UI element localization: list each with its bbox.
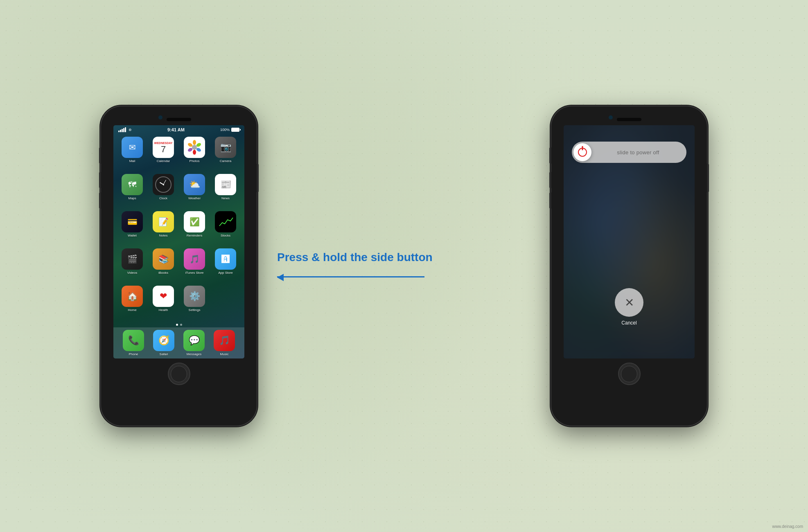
app-videos[interactable]: 🎬 Videos xyxy=(118,248,146,282)
left-iphone-wrapper: ⊛ 9:41 AM 100% ✉ xyxy=(101,106,257,426)
front-camera-right xyxy=(609,115,613,119)
dock-messages[interactable]: 💬 Messages xyxy=(183,330,205,356)
clock-label: Clock xyxy=(159,196,167,200)
wifi-icon: ⊛ xyxy=(129,128,132,132)
svg-point-0 xyxy=(192,145,197,150)
status-left: ⊛ xyxy=(118,127,132,132)
photos-label: Photos xyxy=(190,159,200,163)
app-reminders[interactable]: ✅ Reminders xyxy=(181,211,208,245)
notes-label: Notes xyxy=(159,234,168,237)
app-notes[interactable]: 📝 Notes xyxy=(149,211,177,245)
appstore-label: App Store xyxy=(218,271,233,275)
home-button-inner-right xyxy=(621,366,637,382)
stocks-icon xyxy=(215,211,236,232)
app-settings[interactable]: ⚙️ Settings xyxy=(181,286,208,320)
page-dot-1 xyxy=(176,324,178,326)
safari-icon: 🧭 xyxy=(153,330,174,351)
power-slider[interactable]: slide to power off xyxy=(572,142,686,163)
music-icon: 🎵 xyxy=(214,330,235,351)
weather-icon: ⛅ xyxy=(184,174,205,195)
app-photos[interactable]: Photos xyxy=(181,137,208,171)
app-empty xyxy=(212,286,239,320)
app-clock[interactable]: Clock xyxy=(149,174,177,208)
app-camera[interactable]: 📷 Camera xyxy=(212,137,239,171)
main-scene: ⊛ 9:41 AM 100% ✉ xyxy=(101,106,707,426)
reminders-label: Reminders xyxy=(187,234,203,237)
page-dots xyxy=(113,322,244,327)
front-camera-left xyxy=(158,115,163,119)
app-home[interactable]: 🏠 Home xyxy=(118,286,146,320)
videos-icon: 🎬 xyxy=(122,248,143,270)
status-time: 9:41 AM xyxy=(167,127,185,132)
power-screen: slide to power off ✕ Cancel xyxy=(564,125,695,358)
camera-icon: 📷 xyxy=(215,137,236,158)
signal-bar-3 xyxy=(122,129,123,132)
photos-icon xyxy=(184,137,205,158)
notes-icon: 📝 xyxy=(153,211,174,232)
health-label: Health xyxy=(158,308,168,312)
app-news[interactable]: 📰 News xyxy=(212,174,239,208)
signal-bar-4 xyxy=(123,128,124,132)
home-button-inner xyxy=(171,366,187,382)
svg-point-4 xyxy=(193,150,196,155)
instruction-text: Press & hold the side button xyxy=(277,251,433,264)
messages-icon: 💬 xyxy=(183,330,205,351)
status-right: 100% xyxy=(220,128,239,132)
app-itunes[interactable]: 🎵 iTunes Store xyxy=(181,248,208,282)
reminders-icon: ✅ xyxy=(184,211,205,232)
mail-icon: ✉ xyxy=(122,137,143,158)
dock: 📞 Phone 🧭 Safari 💬 xyxy=(113,327,244,358)
app-wallet[interactable]: 💳 Wallet xyxy=(118,211,146,245)
news-icon: 📰 xyxy=(215,174,236,195)
cancel-button[interactable]: ✕ xyxy=(615,288,643,317)
videos-label: Videos xyxy=(127,271,137,275)
arrow-container xyxy=(277,273,433,281)
power-slider-thumb xyxy=(573,143,591,161)
signal-bar-5 xyxy=(125,127,126,132)
weather-label: Weather xyxy=(188,196,201,200)
arrow-head xyxy=(277,274,284,281)
settings-icon: ⚙️ xyxy=(184,286,205,307)
page-dot-2 xyxy=(180,324,182,326)
app-ibooks[interactable]: 📚 iBooks xyxy=(149,248,177,282)
calendar-icon: Wednesday 7 xyxy=(153,137,174,158)
app-mail[interactable]: ✉ Mail xyxy=(118,137,146,171)
right-iphone-wrapper: slide to power off ✕ Cancel xyxy=(551,106,707,426)
status-bar-left: ⊛ 9:41 AM 100% xyxy=(113,125,244,134)
dock-phone[interactable]: 📞 Phone xyxy=(123,330,144,356)
app-stocks[interactable]: Stocks xyxy=(212,211,239,245)
app-grid: ✉ Mail Wednesday 7 xyxy=(113,134,244,322)
app-maps[interactable]: 🗺 Maps xyxy=(118,174,146,208)
power-screen-container: slide to power off ✕ Cancel xyxy=(564,125,695,358)
left-iphone: ⊛ 9:41 AM 100% ✉ xyxy=(101,106,257,426)
stocks-label: Stocks xyxy=(221,234,230,237)
health-icon: ❤ xyxy=(153,286,174,307)
phone-icon: 📞 xyxy=(123,330,144,351)
mail-label: Mail xyxy=(129,159,135,163)
home-button-right[interactable] xyxy=(618,363,641,385)
app-appstore[interactable]: 🅰 App Store xyxy=(212,248,239,282)
appstore-icon: 🅰 xyxy=(215,248,236,270)
battery-icon xyxy=(231,128,239,132)
earpiece-left xyxy=(167,118,191,121)
battery-percent: 100% xyxy=(220,128,230,132)
signal-bar-1 xyxy=(118,131,120,132)
music-label: Music xyxy=(220,352,229,356)
messages-label: Messages xyxy=(187,352,201,356)
itunes-label: iTunes Store xyxy=(185,271,203,275)
wallet-icon: 💳 xyxy=(122,211,143,232)
ibooks-label: iBooks xyxy=(158,271,168,275)
home-button-left[interactable] xyxy=(168,363,190,385)
arrow-shaft xyxy=(277,276,424,277)
maps-icon: 🗺 xyxy=(122,174,143,195)
signal-bar-2 xyxy=(120,130,121,132)
cancel-label: Cancel xyxy=(621,320,636,326)
app-health[interactable]: ❤ Health xyxy=(149,286,177,320)
news-label: News xyxy=(221,196,230,200)
signal-bars xyxy=(118,127,126,132)
app-weather[interactable]: ⛅ Weather xyxy=(181,174,208,208)
dock-safari[interactable]: 🧭 Safari xyxy=(153,330,174,356)
app-calendar[interactable]: Wednesday 7 Calendar xyxy=(149,137,177,171)
dock-music[interactable]: 🎵 Music xyxy=(214,330,235,356)
safari-label: Safari xyxy=(160,352,168,356)
